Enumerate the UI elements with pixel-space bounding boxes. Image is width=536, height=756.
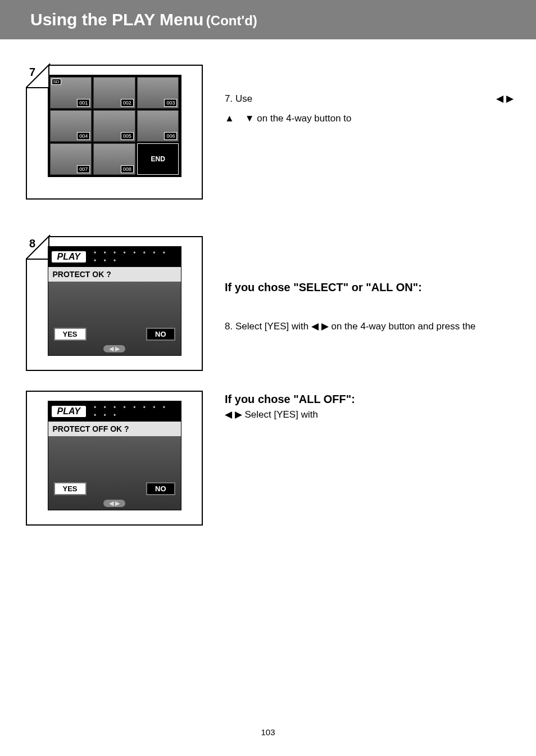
thumbnail: 006	[137, 110, 179, 142]
thumb-number: 006	[164, 132, 177, 140]
step-7-text-line2: ▲ ▼ on the 4-way button to	[225, 112, 514, 125]
yes-button[interactable]: YES	[54, 328, 87, 341]
step-8-heading: If you chose "SELECT" or "ALL ON":	[225, 280, 514, 295]
thumbnail: 008	[93, 143, 135, 175]
no-button[interactable]: NO	[146, 328, 175, 341]
thumb-number: 001	[77, 99, 90, 107]
figure-step-9: PLAY • • • • • • • • • • • PROTECT OFF O…	[26, 391, 203, 526]
play-dialog-question: PROTECT OK ?	[48, 267, 181, 282]
up-arrow-icon: ▲	[225, 113, 234, 124]
sd-badge: SD	[52, 79, 61, 85]
left-right-arrows-icon: ◀ ▶	[311, 321, 329, 332]
step-number-8: 8	[26, 236, 49, 260]
thumbnail: 003	[137, 77, 179, 108]
no-button[interactable]: NO	[146, 482, 175, 495]
step-number-7: 7	[26, 65, 49, 88]
play-header-label: PLAY	[52, 406, 86, 417]
page-title-bar: Using the PLAY Menu (Cont'd)	[0, 0, 536, 39]
page-number: 103	[0, 727, 536, 737]
page-title-sub: (Cont'd)	[206, 13, 257, 28]
thumb-number: 003	[164, 99, 177, 107]
thumb-number: 007	[77, 165, 90, 173]
step-9-body: ◀ ▶ Select [YES] with	[225, 409, 514, 422]
thumbnail: SD 001	[50, 77, 92, 108]
thumbnail-end: END	[137, 143, 179, 175]
thumb-number: 008	[121, 165, 134, 173]
play-dialog-header: PLAY • • • • • • • • • • •	[48, 401, 181, 422]
figure-step-8: 8 PLAY • • • • • • • • • • • PROTECT OK …	[26, 236, 203, 371]
play-dialog-header: PLAY • • • • • • • • • • •	[48, 247, 181, 267]
left-right-arrows-icon: ◀ ▶	[225, 409, 242, 420]
left-right-arrows-icon: ◀ ▶	[496, 93, 514, 106]
thumbnail: 002	[93, 77, 135, 108]
left-right-pill-icon: ◀ ▶	[103, 345, 125, 352]
play-header-label: PLAY	[52, 251, 86, 262]
left-right-pill-icon: ◀ ▶	[103, 500, 125, 507]
thumbnail-grid: SD 001 002 003 004 005 006 007 008 END	[48, 75, 181, 177]
thumb-number: 004	[77, 132, 90, 140]
play-dialog-protect-ok: PLAY • • • • • • • • • • • PROTECT OK ? …	[48, 246, 181, 356]
step-9-heading: If you chose "ALL OFF":	[225, 392, 514, 407]
figure-step-7: 7 SD 001 002 003 004 005 006 007 008 END	[26, 65, 203, 200]
dialog-nav-indicator: ◀ ▶	[48, 497, 181, 508]
thumbnail: 005	[93, 110, 135, 142]
thumb-number: 002	[121, 99, 134, 107]
header-dots: • • • • • • • • • • •	[86, 404, 178, 419]
down-arrow-icon: ▼	[245, 113, 255, 124]
thumb-number: 005	[121, 132, 134, 140]
thumbnail: 004	[50, 110, 92, 142]
header-dots: • • • • • • • • • • •	[86, 249, 178, 265]
page-title-main: Using the PLAY Menu	[30, 10, 203, 29]
play-dialog-question: PROTECT OFF OK ?	[48, 422, 181, 436]
step-7-text-line1: 7. Use ◀ ▶	[225, 93, 514, 106]
thumbnail: 007	[50, 143, 92, 175]
dialog-nav-indicator: ◀ ▶	[48, 343, 181, 353]
play-dialog-protect-off: PLAY • • • • • • • • • • • PROTECT OFF O…	[48, 401, 181, 510]
step-8-body: 8. Select [YES] with ◀ ▶ on the 4-way bu…	[225, 320, 514, 333]
yes-button[interactable]: YES	[54, 482, 87, 495]
